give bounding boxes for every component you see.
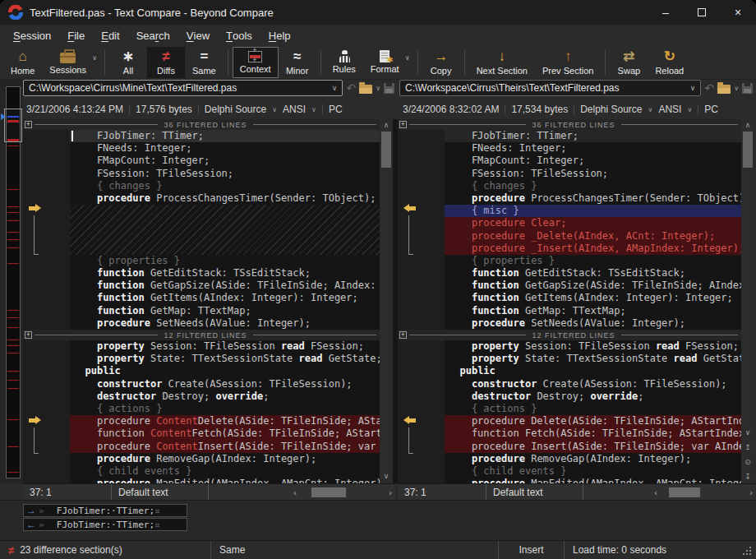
menu-item-help[interactable]: Help: [260, 25, 299, 46]
scrollbar-thumb[interactable]: [311, 487, 346, 497]
overview-strip[interactable]: [0, 80, 23, 483]
chevron-down-icon[interactable]: ∨: [734, 85, 739, 92]
code-line[interactable]: { properties }: [70, 255, 380, 267]
context-button[interactable]: Context: [233, 47, 279, 78]
scrollbar-thumb[interactable]: [669, 487, 700, 497]
center-difference-icon[interactable]: ⊙: [741, 456, 754, 468]
copy-button[interactable]: →Copy: [422, 47, 460, 78]
next-difference-icon[interactable]: ↧: [741, 471, 754, 483]
chevron-down-icon[interactable]: ∨: [311, 106, 316, 113]
chevron-down-icon[interactable]: ∨: [376, 85, 380, 92]
code-line[interactable]: function GetMap: TTextMap;: [70, 305, 380, 317]
code-line[interactable]: { changes }: [70, 180, 380, 192]
menu-item-edit[interactable]: Edit: [93, 25, 127, 46]
code-line[interactable]: function GetEditStack: TSsEditStack;: [445, 267, 741, 280]
code-line[interactable]: function ContentFetch(ASide: TFileInSide…: [70, 427, 380, 440]
left-horizontal-scrollbar[interactable]: ‹ ›: [290, 484, 395, 501]
alignment-row[interactable]: ←» FJobTimer:·TTimer;¤: [23, 518, 187, 531]
undo-icon[interactable]: ↶: [704, 82, 714, 94]
code-line[interactable]: public: [445, 365, 741, 377]
prev-section-button[interactable]: ↑Prev Section: [535, 47, 601, 78]
filtered-lines-bar[interactable]: +12 FILTERED LINES: [398, 330, 741, 340]
code-line[interactable]: function GetItems(AIndex: Integer): Inte…: [445, 292, 741, 304]
right-line-ending[interactable]: PC: [704, 104, 718, 115]
code-line[interactable]: procedure ContentDelete(ASide: TFileInSi…: [70, 415, 380, 427]
code-line[interactable]: constructor Create(ASession: TFileSessio…: [70, 378, 380, 390]
chevron-down-icon[interactable]: ∨: [648, 106, 653, 113]
rules-button[interactable]: Rules: [325, 47, 363, 78]
code-line[interactable]: procedure ProcessChangesTimer(Sender: TO…: [445, 192, 741, 205]
chevron-down-icon[interactable]: ∨: [272, 106, 277, 113]
scroll-down-icon[interactable]: ∨: [741, 427, 754, 438]
scroll-left-icon[interactable]: ‹: [290, 487, 300, 497]
overview-viewport[interactable]: [4, 109, 22, 141]
diffs-button[interactable]: ≠Diffs: [147, 47, 185, 78]
code-line[interactable]: FJobTimer: TTimer;: [70, 130, 380, 142]
code-line[interactable]: { changes }: [445, 180, 741, 192]
code-line[interactable]: destructor Destroy; override;: [70, 390, 380, 403]
code-line[interactable]: procedure MapEdited(AMapIndex, AMapCnt: …: [70, 478, 380, 483]
expand-plus-icon[interactable]: +: [399, 331, 407, 339]
scroll-up-icon[interactable]: ∧: [741, 119, 754, 131]
scroll-up-icon[interactable]: ∧: [380, 119, 393, 131]
scroll-right-icon[interactable]: ›: [385, 487, 395, 497]
code-line[interactable]: procedure _Delete(AIndex, ACnt: Integer)…: [445, 230, 741, 243]
code-line[interactable]: procedure _Insert(AIndex, AMapIndex: Int…: [445, 243, 741, 255]
code-line[interactable]: function GetEditStack: TSsEditStack;: [70, 267, 380, 280]
code-line[interactable]: { properties }: [445, 255, 741, 267]
scroll-right-icon[interactable]: ›: [746, 487, 756, 497]
code-line[interactable]: { child events }: [70, 465, 380, 478]
alignment-row[interactable]: →» FJobTimer:·TTimer;¤: [23, 504, 187, 517]
code-line[interactable]: procedure ContentInsert(ASide: TFileInSi…: [70, 441, 380, 453]
chevron-down-icon[interactable]: ∨: [687, 106, 692, 113]
code-line[interactable]: { misc }: [445, 205, 741, 217]
minimize-button[interactable]: –: [648, 0, 684, 25]
code-line[interactable]: procedure Clear;: [445, 217, 741, 229]
code-line[interactable]: property State: TTextSessionState read G…: [70, 353, 380, 365]
code-line[interactable]: procedure RemoveGap(AIndex: Integer);: [70, 453, 380, 465]
scrollbar-thumb[interactable]: [743, 132, 753, 168]
code-line[interactable]: procedure Insert(ASide: TFileInSide; var…: [445, 441, 741, 453]
code-line[interactable]: FNeeds: Integer;: [445, 142, 741, 155]
format-button[interactable]: ∨Format: [363, 47, 413, 78]
same-button[interactable]: =Same: [185, 47, 224, 78]
filtered-lines-bar[interactable]: +12 FILTERED LINES: [23, 330, 380, 340]
expand-plus-icon[interactable]: +: [25, 121, 32, 128]
filtered-lines-bar[interactable]: +36 FILTERED LINES: [398, 119, 741, 130]
minor-button[interactable]: ≈Minor: [279, 47, 316, 78]
resize-grip[interactable]: [743, 553, 744, 555]
scroll-left-icon[interactable]: ‹: [651, 487, 661, 497]
code-line[interactable]: function GetMap: TTextMap;: [445, 305, 741, 317]
reload-button[interactable]: ↻Reload: [648, 47, 691, 78]
left-line-ending[interactable]: PC: [329, 104, 343, 115]
code-line[interactable]: procedure SetNeeds(AValue: Integer);: [70, 317, 380, 330]
close-button[interactable]: ×: [720, 0, 756, 25]
save-icon[interactable]: [384, 83, 394, 94]
code-line[interactable]: constructor Create(ASession: TFileSessio…: [445, 378, 741, 390]
open-folder-icon[interactable]: [717, 85, 731, 94]
code-line[interactable]: function GetItems(AIndex: Integer): Inte…: [70, 292, 380, 304]
maximize-button[interactable]: [684, 0, 720, 25]
menu-item-view[interactable]: View: [178, 25, 218, 46]
code-line[interactable]: FMapCount: Integer;: [70, 155, 380, 167]
menu-item-search[interactable]: Search: [128, 25, 178, 46]
code-line[interactable]: { actions }: [70, 403, 380, 415]
right-path-combo[interactable]: C:\Workspace\Cirrus\Theirs\Text\TextFilt…: [399, 80, 701, 96]
code-line[interactable]: property Session: TFileSession read FSes…: [70, 340, 380, 353]
expand-plus-icon[interactable]: +: [399, 121, 407, 128]
prev-difference-icon[interactable]: ↥: [741, 441, 754, 453]
scrollbar-thumb[interactable]: [381, 132, 391, 168]
code-line[interactable]: procedure RemoveGap(AIndex: Integer);: [445, 453, 741, 465]
left-path-combo[interactable]: C:\Workspace\Cirrus\Mine\Text\TextFilter…: [23, 80, 343, 96]
next-section-button[interactable]: ↓Next Section: [469, 47, 535, 78]
open-folder-icon[interactable]: [359, 85, 372, 94]
expand-plus-icon[interactable]: +: [25, 331, 32, 339]
left-encoding-select[interactable]: ANSI: [283, 104, 306, 115]
code-line[interactable]: FJobTimer: TTimer;: [445, 130, 741, 142]
scroll-down-icon[interactable]: ∨: [380, 470, 393, 482]
code-line[interactable]: { child events }: [445, 465, 741, 478]
right-format-select[interactable]: Delphi Source: [580, 104, 642, 115]
code-line[interactable]: { actions }: [445, 403, 741, 415]
code-line[interactable]: FSession: TFileSession;: [445, 168, 741, 180]
code-line[interactable]: function GetGapSize(ASide: TFileInSide; …: [445, 280, 741, 292]
